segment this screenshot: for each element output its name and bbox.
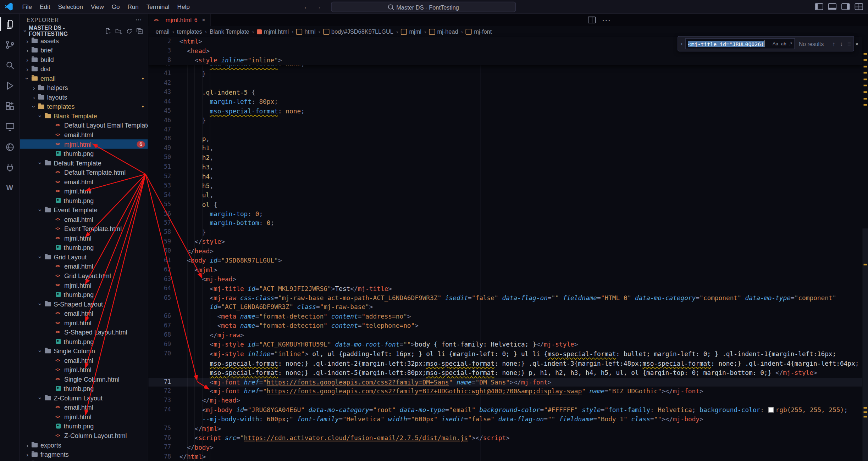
breadcrumb-mjml.html[interactable]: mjml.html — [257, 28, 289, 35]
code-line-wrap[interactable]: mso-special-format: none;} .ql-indent-2{… — [148, 359, 862, 368]
code-line-41[interactable]: 41 } — [148, 69, 862, 78]
folder-exports[interactable]: ›exports — [20, 440, 148, 450]
file-event-template.html[interactable]: <>Event Template.html — [20, 224, 148, 234]
folder-dist[interactable]: ›dist — [20, 64, 148, 74]
code-line-46[interactable]: 46 } — [148, 116, 862, 125]
code-line-69[interactable]: 69 <mj-style id="ACT_KGM8UYH0TU59L" data… — [148, 340, 862, 349]
file-email.html[interactable]: <>email.html — [20, 130, 148, 140]
code-line-wrap[interactable]: --mj-body-width: 600px;" font-family="He… — [148, 415, 862, 424]
menu-file[interactable]: File — [18, 3, 36, 10]
code-line-75[interactable]: 75 </mjml> — [148, 424, 862, 433]
breadcrumb-blank-template[interactable]: Blank Template — [210, 28, 249, 35]
file-thumb.png[interactable]: thumb.png — [20, 196, 148, 205]
editor-more-actions-icon[interactable]: ⋯ — [602, 15, 610, 25]
code-line-50[interactable]: 50 h2, — [148, 153, 862, 163]
folder-default-template[interactable]: ›Default Template — [20, 158, 148, 168]
file-z-column-layout.html[interactable]: <>Z-Column Layout.html — [20, 431, 148, 440]
code-line-71[interactable]: 71 <mj-font href="https://fonts.googleap… — [148, 377, 862, 387]
folder-assets[interactable]: ›assets — [20, 36, 148, 45]
code-line-8[interactable]: 8 <style inline="inline"> — [148, 56, 862, 65]
find-input[interactable]: <mj-title id="JRUL0Q026( Aaab.* — [685, 38, 795, 49]
explorer-icon[interactable] — [0, 14, 20, 34]
code-line-54[interactable]: 54 ul, — [148, 191, 862, 200]
file-email.html[interactable]: <>email.html — [20, 262, 148, 271]
file-default-layout-email-template.html[interactable]: <>Default Layout Email Template.html — [20, 120, 148, 130]
code-line-74[interactable]: 74 <mj-body id="JRUG8YGA04E6U" data-mo-c… — [148, 405, 862, 415]
folder-z-column-layout[interactable]: ›Z-Column Layout — [20, 393, 148, 403]
menu-terminal[interactable]: Terminal — [143, 3, 173, 10]
nav-forward-icon[interactable]: → — [315, 3, 321, 10]
code-line-77[interactable]: 77 </body> — [148, 443, 862, 452]
code-line-wrap[interactable]: mso-special-format: none;} .ql-indent-5{… — [148, 368, 862, 377]
folder-blank-template[interactable]: ›Blank Template — [20, 111, 148, 121]
code-line-78[interactable]: 78</html> — [148, 452, 862, 461]
code-line-43[interactable]: 43 .ql-indent-5 { — [148, 88, 862, 97]
find-previous-icon[interactable]: ↑ — [830, 40, 837, 47]
refresh-icon[interactable] — [126, 27, 133, 34]
code-line-66[interactable]: 66 <meta name="format-detection" content… — [148, 312, 862, 321]
code-line-63[interactable]: 63 <mj-head> — [148, 275, 862, 284]
explorer-more-actions-icon[interactable]: ⋯ — [136, 16, 143, 24]
code-line-61[interactable]: 61 <body id="JSD68K97LLGUL"> — [148, 256, 862, 265]
breadcrumb-email[interactable]: email — [156, 28, 170, 35]
code-line-56[interactable]: 56 margin-top: 0; — [148, 209, 862, 219]
code-line-68[interactable]: 68 </mj-raw> — [148, 331, 862, 340]
overview-ruler[interactable] — [862, 37, 868, 461]
w-extension-icon[interactable]: W — [0, 178, 20, 198]
nav-back-icon[interactable]: ← — [303, 3, 309, 10]
breadcrumb-templates[interactable]: templates — [177, 28, 202, 35]
code-line-44[interactable]: 44 margin-left: 80px; — [148, 97, 862, 106]
workspace-section-header[interactable]: › MASTER DS - FONTTESTING — [20, 26, 148, 36]
scrollbar-thumb[interactable] — [862, 229, 868, 461]
folder-build[interactable]: ›build — [20, 55, 148, 64]
run-debug-icon[interactable] — [0, 75, 20, 96]
toggle-secondary-sidebar-icon[interactable] — [841, 3, 850, 10]
command-center[interactable]: Master DS - FontTesting — [331, 2, 516, 12]
file-email.html[interactable]: <>email.html — [20, 309, 148, 318]
file-s-shaped-layout.html[interactable]: <>S-Shaped Layout.html — [20, 327, 148, 337]
menu-run[interactable]: Run — [124, 3, 143, 10]
file-email.html[interactable]: <>email.html — [20, 355, 148, 365]
file-thumb.png[interactable]: thumb.png — [20, 149, 148, 158]
menu-view[interactable]: View — [87, 3, 108, 10]
code-line-52[interactable]: 52 h4, — [148, 172, 862, 181]
ports-icon[interactable] — [0, 157, 20, 178]
source-control-icon[interactable] — [0, 34, 20, 55]
toggle-panel-icon[interactable] — [828, 3, 836, 10]
file-thumb.png[interactable]: thumb.png — [20, 290, 148, 299]
file-email.html[interactable]: <>email.html — [20, 177, 148, 186]
find-in-selection-icon[interactable]: ≡ — [845, 40, 853, 47]
tab-mjml-html[interactable]: <> mjml.html 6 × — [148, 14, 211, 26]
live-preview-icon[interactable] — [0, 116, 20, 137]
code-line-51[interactable]: 51 h3, — [148, 163, 862, 172]
breadcrumb-html[interactable]: html — [296, 28, 315, 35]
find-toggle-match-case[interactable]: Aa — [772, 40, 779, 47]
code-line-58[interactable]: 58 } — [148, 228, 862, 237]
folder-s-shaped-layout[interactable]: ›S-Shaped Layout — [20, 299, 148, 309]
breadcrumb-mj-head[interactable]: mj-head — [429, 28, 458, 35]
code-line-42[interactable]: 42 — [148, 79, 862, 88]
file-mjml.html[interactable]: <>mjml.html — [20, 318, 148, 327]
code-line-62[interactable]: 62 <mjml> — [148, 265, 862, 275]
folder-event-template[interactable]: ›Event Template — [20, 205, 148, 215]
folder-fragments[interactable]: ›fragments — [20, 450, 148, 459]
code-line-73[interactable]: 73 </mj-head> — [148, 396, 862, 405]
file-default-template.html[interactable]: <>Default Template.html — [20, 168, 148, 177]
file-thumb.png[interactable]: thumb.png — [20, 243, 148, 252]
extensions-icon[interactable] — [0, 96, 20, 116]
file-mjml.html[interactable]: <>mjml.html6 — [20, 139, 148, 149]
code-line-57[interactable]: 57 margin-bottom: 0; — [148, 219, 862, 228]
code-line-55[interactable]: 55 ol { — [148, 200, 862, 209]
split-editor-icon[interactable] — [588, 17, 596, 23]
code-editor[interactable]: 40 mso-special-format: none;41 }4243 .ql… — [148, 37, 868, 461]
code-line-72[interactable]: 72 <mj-font href="https://fonts.googleap… — [148, 387, 862, 396]
file-mjml.html[interactable]: <>mjml.html — [20, 280, 148, 290]
file-mjml.html[interactable]: <>mjml.html — [20, 412, 148, 422]
folder-templates[interactable]: ›templates● — [20, 102, 148, 111]
code-line-59[interactable]: 59 </style> — [148, 237, 862, 247]
folder-lib[interactable]: ›lib — [20, 459, 148, 461]
search-view-icon[interactable] — [0, 55, 20, 75]
folder-email[interactable]: ›email● — [20, 74, 148, 83]
menu-go[interactable]: Go — [108, 3, 124, 10]
code-line-49[interactable]: 49 h1, — [148, 144, 862, 153]
